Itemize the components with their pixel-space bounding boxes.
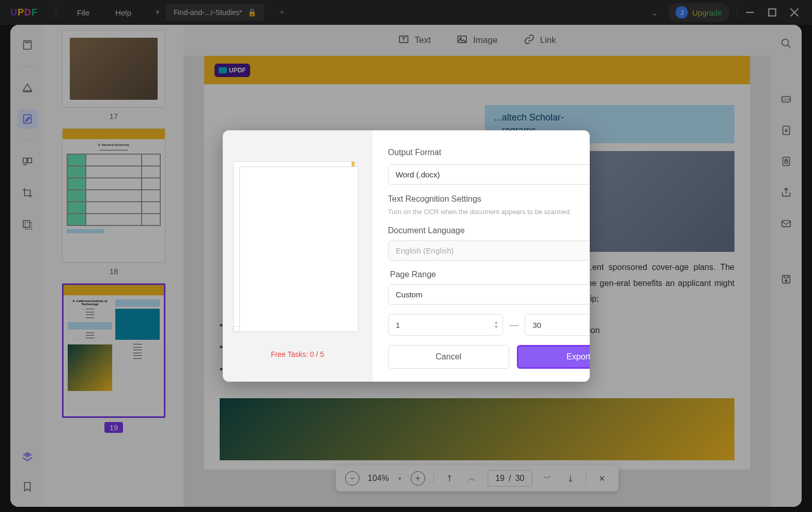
preview-stack: UPDF Find and Apply For the Best Institu… (233, 161, 362, 342)
export-dialog: UPDF Find and Apply For the Best Institu… (223, 130, 590, 382)
range-to-input[interactable]: ▲▼ (525, 314, 589, 336)
spin-down-icon[interactable]: ▼ (494, 325, 499, 329)
page-range-select[interactable]: Custom ▼ (388, 284, 590, 305)
range-to-field[interactable] (532, 321, 589, 329)
language-select[interactable]: English (English) ▼ (388, 240, 590, 261)
range-from-input[interactable]: ▲▼ (388, 314, 503, 336)
range-dash: — (509, 320, 518, 330)
output-format-label: Output Format (388, 148, 441, 157)
range-from-field[interactable] (396, 321, 494, 329)
export-button[interactable]: Export (517, 345, 590, 369)
select-value: Word (.docx) (396, 170, 440, 179)
ocr-label: Text Recognition Settings (388, 194, 482, 204)
ocr-hint: Turn on the OCR when the document appear… (388, 207, 590, 217)
cancel-button[interactable]: Cancel (388, 345, 509, 369)
select-value: Custom (396, 290, 423, 299)
page-range-label: Page Range (390, 270, 590, 279)
dialog-form: Output Format Word (.docx) ▼ Text Recogn… (373, 130, 590, 382)
free-tasks-label: Free Tasks: 0 / 5 (271, 350, 324, 358)
select-value: English (English) (396, 246, 454, 255)
modal-overlay: UPDF Find and Apply For the Best Institu… (0, 0, 812, 512)
dialog-preview-panel: UPDF Find and Apply For the Best Institu… (223, 130, 373, 382)
output-format-select[interactable]: Word (.docx) ▼ (388, 164, 590, 185)
language-label: Document Language (388, 226, 590, 235)
